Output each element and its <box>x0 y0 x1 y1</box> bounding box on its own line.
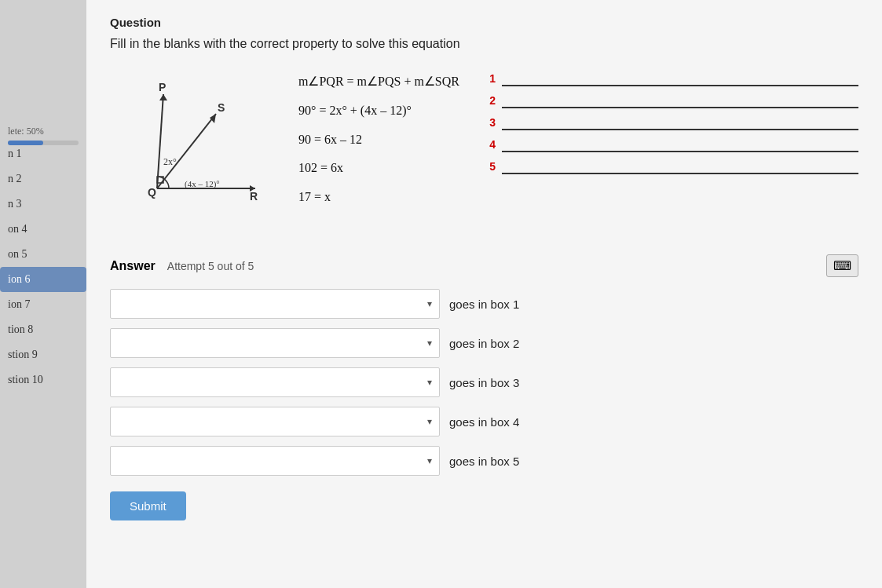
numbered-row-2: 2 <box>483 93 858 108</box>
dropdown-2[interactable]: Angle Addition Postulate Substitution Pr… <box>110 328 440 358</box>
question-label: Question <box>110 16 858 29</box>
answer-header: Answer Attempt 5 out of 5 ⌨ <box>110 254 858 277</box>
svg-marker-3 <box>159 94 167 100</box>
dropdown-4[interactable]: Angle Addition Postulate Substitution Pr… <box>110 407 440 436</box>
numbered-row-4: 4 <box>483 137 858 152</box>
sidebar-item-q5[interactable]: on 5 <box>0 242 86 267</box>
submit-area: Submit <box>110 491 858 520</box>
goes-in-text-3: goes in box 3 <box>449 376 519 389</box>
equation-2: 90° = 2x° + (4x – 12)° <box>298 100 459 122</box>
dropdown-row-2: Angle Addition Postulate Substitution Pr… <box>110 328 858 358</box>
goes-in-text-1: goes in box 1 <box>449 298 519 311</box>
progress-area: lete: 50% <box>0 126 86 145</box>
sidebar-item-q9[interactable]: stion 9 <box>0 342 86 367</box>
numbered-row-3: 3 <box>483 115 858 130</box>
dropdown-1[interactable]: Angle Addition Postulate Substitution Pr… <box>110 289 440 319</box>
label-Q: Q <box>148 186 156 199</box>
answer-section: Answer Attempt 5 out of 5 ⌨ Angle Additi… <box>110 254 858 520</box>
dropdown-5[interactable]: Angle Addition Postulate Substitution Pr… <box>110 446 440 476</box>
box-number-1: 1 <box>483 72 496 85</box>
main-content: Question Fill in the blanks with the cor… <box>86 0 882 588</box>
dropdown-wrapper-2: Angle Addition Postulate Substitution Pr… <box>110 328 440 358</box>
answer-line-5 <box>502 159 858 174</box>
progress-label: lete: 50% <box>8 126 79 137</box>
dropdown-3[interactable]: Angle Addition Postulate Substitution Pr… <box>110 367 440 397</box>
sidebar-item-q8[interactable]: tion 8 <box>0 317 86 342</box>
progress-bar-background <box>8 141 79 145</box>
numbered-row-1: 1 <box>483 71 858 86</box>
sidebar-item-q3[interactable]: n 3 <box>0 192 86 217</box>
dropdown-wrapper-3: Angle Addition Postulate Substitution Pr… <box>110 367 440 397</box>
goes-in-text-2: goes in box 2 <box>449 337 519 350</box>
equation-4: 102 = 6x <box>298 157 459 180</box>
sidebar-item-q7[interactable]: ion 7 <box>0 292 86 317</box>
sidebar-item-q2[interactable]: n 2 <box>0 166 86 192</box>
equation-3: 90 = 6x – 12 <box>298 129 459 152</box>
label-P: P <box>159 81 166 93</box>
geometry-diagram: P Q R S 2x° (4x – 12)° <box>110 71 267 228</box>
label-angle-4x12: (4x – 12)° <box>185 179 220 189</box>
answer-label: Answer <box>110 259 156 273</box>
answer-line-3 <box>502 115 858 130</box>
diagram-container: P Q R S 2x° (4x – 12)° <box>110 71 283 231</box>
svg-line-4 <box>157 114 216 188</box>
dropdown-rows: Angle Addition Postulate Substitution Pr… <box>110 289 858 476</box>
content-row: P Q R S 2x° (4x – 12)° m∠PQR = m∠PQS + m… <box>110 71 858 231</box>
box-number-2: 2 <box>483 94 496 107</box>
dropdown-row-1: Angle Addition Postulate Substitution Pr… <box>110 289 858 319</box>
dropdown-wrapper-5: Angle Addition Postulate Substitution Pr… <box>110 446 440 476</box>
goes-in-text-5: goes in box 5 <box>449 455 519 468</box>
box-number-5: 5 <box>483 160 496 173</box>
sidebar-item-q10[interactable]: stion 10 <box>0 367 86 393</box>
keyboard-icon-button[interactable]: ⌨ <box>826 254 858 277</box>
box-number-3: 3 <box>483 116 496 129</box>
label-angle-2x: 2x° <box>163 156 177 167</box>
goes-in-text-4: goes in box 4 <box>449 415 519 429</box>
numbered-boxes: 1 2 3 4 5 <box>483 71 858 174</box>
answer-line-1 <box>502 71 858 86</box>
sidebar-item-q4[interactable]: on 4 <box>0 217 86 242</box>
equations-boxes: m∠PQR = m∠PQS + m∠SQR 90° = 2x° + (4x – … <box>298 71 858 209</box>
sidebar-item-q6[interactable]: ion 6 <box>0 267 86 292</box>
equation-1: m∠PQR = m∠PQS + m∠SQR <box>298 71 459 93</box>
label-R: R <box>250 190 258 203</box>
attempt-text: Attempt 5 out of 5 <box>167 260 254 272</box>
label-S: S <box>218 101 225 114</box>
svg-line-2 <box>157 94 163 188</box>
equation-5: 17 = x <box>298 186 459 209</box>
dropdown-row-4: Angle Addition Postulate Substitution Pr… <box>110 407 858 436</box>
dropdown-wrapper-4: Angle Addition Postulate Substitution Pr… <box>110 407 440 436</box>
box-number-4: 4 <box>483 138 496 151</box>
question-text: Fill in the blanks with the correct prop… <box>110 37 858 51</box>
numbered-row-5: 5 <box>483 159 858 174</box>
dropdown-row-5: Angle Addition Postulate Substitution Pr… <box>110 446 858 476</box>
answer-line-2 <box>502 93 858 108</box>
answer-line-4 <box>502 137 858 152</box>
progress-bar-fill <box>8 141 43 145</box>
sidebar: lete: 50% n 1 n 2 n 3 on 4 on 5 ion 6 io… <box>0 0 86 588</box>
dropdown-row-3: Angle Addition Postulate Substitution Pr… <box>110 367 858 397</box>
equations-col: m∠PQR = m∠PQS + m∠SQR 90° = 2x° + (4x – … <box>298 71 459 209</box>
dropdown-wrapper-1: Angle Addition Postulate Substitution Pr… <box>110 289 440 319</box>
submit-button[interactable]: Submit <box>110 491 186 520</box>
